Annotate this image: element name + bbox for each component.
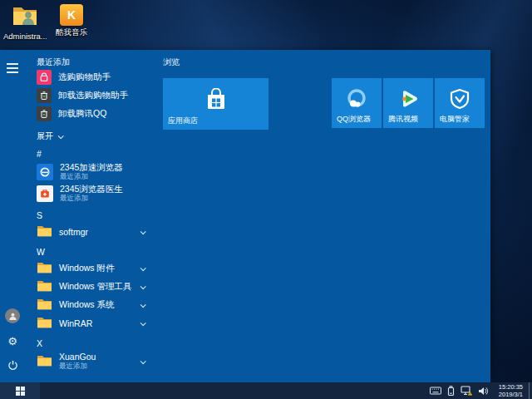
app-item-label: 选购购物助手: [58, 71, 111, 83]
folder-icon: [37, 316, 52, 332]
clock-date: 2019/3/1: [499, 391, 523, 398]
system-tray: 15:20:35 2019/3/1: [430, 382, 529, 399]
app-item-label: Windows 管理工具: [59, 281, 132, 293]
chevron-down-icon: [140, 358, 146, 364]
app-item-shopping-assistant[interactable]: 选购购物助手: [30, 68, 155, 86]
desktop-icon-administrator-folder[interactable]: Administra...: [3, 4, 47, 41]
desktop-icon-label: Administra...: [3, 32, 47, 41]
doctor-2345-icon: [37, 185, 53, 202]
app-item-label: WinRAR: [59, 318, 92, 328]
network-warning-icon[interactable]: [461, 386, 472, 396]
app-folder-windows-system[interactable]: Windows 系统: [30, 296, 155, 314]
app-item-label: 卸载选购购物助手: [58, 90, 128, 101]
chevron-down-icon: [140, 283, 146, 289]
tile-label: 腾讯视频: [388, 114, 418, 125]
app-item-label: XuanGou: [59, 352, 96, 362]
tile-pc-manager[interactable]: 电脑管家: [435, 78, 485, 128]
app-item-label: softmgr: [59, 227, 88, 237]
start-menu-rail: ⚙: [0, 50, 25, 382]
expand-list-button[interactable]: 展开: [30, 130, 155, 143]
taskbar-clock[interactable]: 15:20:35 2019/3/1: [495, 383, 527, 398]
tile-group-label[interactable]: 浏览: [163, 57, 180, 68]
browser-2345-icon: [37, 164, 53, 180]
app-item-2345-speed-browser[interactable]: 2345加速浏览器 最近添加: [30, 161, 155, 183]
user-folder-icon: [12, 4, 38, 30]
desktop-icon-area: Administra... K 酷我音乐: [3, 4, 93, 41]
tencent-video-icon: [396, 86, 421, 115]
tile-label: QQ浏览器: [337, 114, 371, 125]
folder-icon: [37, 261, 52, 277]
shopping-bag-icon: [37, 70, 52, 85]
app-item-sublabel: 最近添加: [60, 194, 123, 203]
qq-browser-icon: [344, 86, 369, 115]
app-folder-windows-accessories[interactable]: Windows 附件: [30, 259, 155, 278]
folder-icon: [37, 279, 52, 295]
speaker-icon[interactable]: [478, 387, 489, 396]
touch-keyboard-icon[interactable]: [430, 387, 441, 395]
windows-store-icon: [204, 88, 229, 115]
app-folder-xuangou[interactable]: XuanGou 最近添加: [30, 351, 155, 372]
section-letter-s[interactable]: S: [30, 208, 155, 223]
taskbar-empty-area[interactable]: [40, 382, 430, 399]
pc-manager-icon: [448, 87, 471, 114]
section-letter-x[interactable]: X: [30, 336, 155, 351]
app-folder-windows-admin-tools[interactable]: Windows 管理工具: [30, 278, 155, 296]
start-menu-app-list: 最近添加 选购购物助手 卸载选购购物助手 卸载腾讯QQ: [25, 50, 155, 382]
folder-icon: [37, 298, 52, 313]
app-item-label: 2345加速浏览器: [60, 163, 123, 172]
uninstall-trash-icon: [37, 88, 52, 103]
hamburger-menu-icon[interactable]: [7, 63, 18, 73]
tile-tencent-video[interactable]: 腾讯视频: [383, 78, 433, 128]
chevron-down-icon: [140, 229, 146, 234]
power-icon: [7, 360, 18, 371]
app-item-uninstall-shopping-assistant[interactable]: 卸载选购购物助手: [30, 86, 155, 105]
chevron-down-icon: [140, 302, 146, 308]
power-button[interactable]: [7, 359, 18, 374]
chevron-down-icon: [140, 265, 146, 271]
app-item-label: Windows 系统: [59, 299, 115, 311]
app-item-label: 2345浏览器医生: [60, 185, 123, 194]
settings-gear-button[interactable]: ⚙: [7, 336, 17, 347]
user-icon: [8, 312, 17, 321]
tile-qq-browser[interactable]: QQ浏览器: [332, 78, 382, 128]
folder-icon: [37, 354, 52, 370]
desktop-icon-kuwo-music[interactable]: K 酷我音乐: [50, 4, 93, 41]
kuwo-music-icon: K: [60, 4, 83, 26]
app-item-uninstall-tencent-qq[interactable]: 卸载腾讯QQ: [30, 105, 155, 123]
start-menu-tile-area: 浏览 应用商店: [163, 50, 490, 382]
folder-icon: [37, 224, 52, 240]
usb-device-icon[interactable]: [447, 386, 455, 396]
app-item-label: Windows 附件: [59, 263, 115, 274]
tile-windows-store[interactable]: 应用商店: [163, 78, 268, 130]
tile-label: 应用商店: [168, 116, 198, 126]
app-item-sublabel: 最近添加: [59, 362, 96, 371]
chevron-down-icon: [58, 133, 64, 139]
taskbar: 15:20:35 2019/3/1: [0, 382, 532, 399]
app-folder-softmgr[interactable]: softmgr: [30, 223, 155, 241]
windows-logo-icon: [16, 387, 25, 396]
chevron-down-icon: [140, 320, 146, 326]
desktop-wallpaper: Administra... K 酷我音乐 ⚙: [0, 0, 532, 399]
expand-label: 展开: [37, 131, 53, 142]
desktop-icon-label: 酷我音乐: [56, 27, 87, 38]
uninstall-trash-icon: [37, 106, 52, 121]
show-desktop-button[interactable]: [529, 382, 532, 399]
app-item-sublabel: 最近添加: [60, 172, 123, 181]
app-folder-winrar[interactable]: WinRAR: [30, 314, 155, 332]
app-item-label: 卸载腾讯QQ: [58, 108, 106, 120]
clock-time: 15:20:35: [499, 383, 523, 391]
section-letter-w[interactable]: W: [30, 244, 155, 259]
app-item-2345-browser-doctor[interactable]: 2345浏览器医生 最近添加: [30, 183, 155, 204]
start-menu: ⚙ 最近添加 选购购物助手: [0, 50, 490, 382]
tile-label: 电脑管家: [440, 114, 470, 125]
user-account-button[interactable]: [5, 308, 20, 323]
section-letter-hash[interactable]: #: [30, 146, 155, 161]
recently-added-header: 最近添加: [30, 57, 155, 68]
start-button[interactable]: [0, 382, 40, 399]
